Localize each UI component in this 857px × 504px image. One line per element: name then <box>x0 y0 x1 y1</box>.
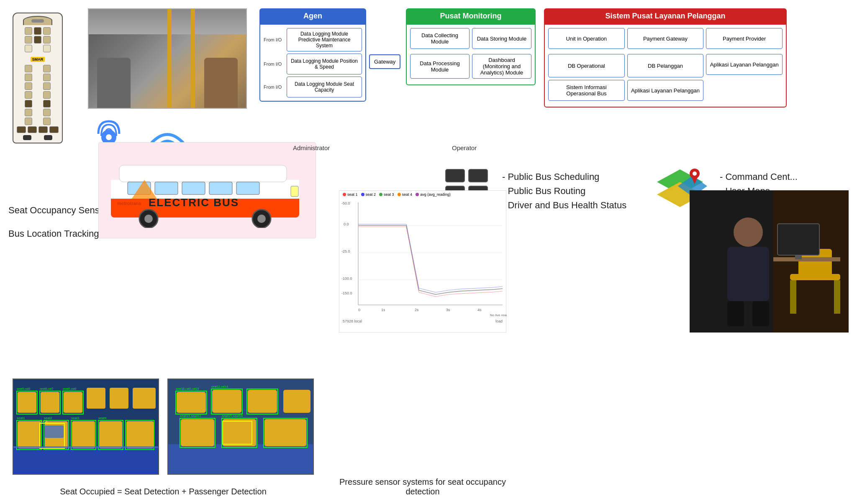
sistem-box1: Unit in Operation <box>548 28 625 49</box>
feature-item-health: - Driver and Bus Health Status <box>502 200 626 211</box>
svg-text:-100.0: -100.0 <box>341 276 352 281</box>
svg-point-50 <box>734 217 763 247</box>
feature-item-routing: - Public Bus Routing <box>502 186 626 197</box>
svg-rect-58 <box>773 257 840 261</box>
administrator-label: Administrator <box>293 144 330 151</box>
svg-rect-65 <box>72 421 95 448</box>
monitoring-box1: Data Collecting Module <box>410 28 470 49</box>
svg-rect-95 <box>181 419 214 446</box>
from-io-2: From I/O <box>264 61 287 67</box>
camera-feed <box>690 190 849 333</box>
svg-text:0: 0 <box>358 308 360 312</box>
sistem-section: Sistem Pusat Layanan Pelanggan Unit in O… <box>544 8 787 107</box>
agen-box2: Data Logging Module Position & Speed <box>287 54 362 74</box>
gateway-box: Gateway <box>369 54 400 69</box>
camera-feed-svg <box>690 190 849 333</box>
seat <box>43 65 51 72</box>
monitoring-box3: Data Processing Module <box>410 54 470 79</box>
gateway-label: Gateway <box>369 54 400 69</box>
seat <box>25 109 32 116</box>
legend-dot-5 <box>416 193 419 196</box>
legend-dot-1 <box>343 193 346 196</box>
svg-text:pcc1s: pcc1s <box>40 420 48 423</box>
legend-dot-3 <box>379 193 382 196</box>
svg-point-30 <box>693 171 697 176</box>
seat <box>25 91 32 99</box>
feature-item-scheduling: - Public Bus Scheduling <box>502 171 626 182</box>
svg-rect-82 <box>110 388 128 409</box>
wheel <box>23 135 31 140</box>
svg-rect-104 <box>212 390 241 413</box>
svg-rect-9 <box>182 182 205 194</box>
interior-seat-left <box>97 58 131 108</box>
svg-text:metrotrans: metrotrans <box>117 201 141 206</box>
from-io-1: From I/O <box>264 37 287 42</box>
svg-rect-96 <box>223 419 256 446</box>
bottom-caption-left: Seat Occupied = Seat Detection + Passeng… <box>13 487 314 496</box>
svg-text:1s: 1s <box>381 308 385 312</box>
seat <box>43 45 51 52</box>
svg-rect-57 <box>834 280 840 314</box>
interior-sim <box>89 9 246 108</box>
sistem-outer: Unit in Operation Payment Gateway Paymen… <box>544 24 787 107</box>
operator-label: Operator <box>452 144 477 151</box>
svg-rect-83 <box>133 388 156 409</box>
legend-label-3: seat 3 <box>384 192 394 197</box>
seat <box>43 74 51 81</box>
from-io-3: From I/O <box>264 84 287 90</box>
svg-point-16 <box>144 215 153 223</box>
sensor-graph-container: seat 1 seat 2 seat 3 seat 4 avg (avg_rea… <box>339 190 506 333</box>
bus-location-label: Bus Location Tracking <box>8 228 112 239</box>
legend-item-5: avg (avg_reading) <box>416 192 451 197</box>
legend-item-2: seat 2 <box>361 192 376 197</box>
interior-pole2 <box>191 9 195 108</box>
monitoring-title: Pusat Monitoring <box>406 8 536 24</box>
svg-text:seat9,cat0: seat9,cat0 <box>17 387 30 390</box>
legend-item-1: seat 1 <box>343 192 358 197</box>
svg-rect-20 <box>446 169 464 182</box>
monitoring-section: Pusat Monitoring Data Collecting Module … <box>406 8 536 85</box>
map-feature-command: - Command Cent... <box>720 171 798 182</box>
seat-detection-left: seat1 seat2 seat3 seat4 seat9,cat0 seat8… <box>13 379 159 475</box>
bottom-caption-right: Pressure sensor systems for seat occupan… <box>339 477 506 496</box>
bus-front <box>23 16 52 25</box>
legend-dot-2 <box>361 193 364 196</box>
legend-label-1: seat 1 <box>347 192 358 197</box>
left-labels: Seat Occupancy Sensing Bus Location Trac… <box>8 205 112 252</box>
x-label-start: 57928 local <box>343 319 362 323</box>
seat-map-container: SMAR <box>13 13 63 143</box>
seat <box>43 100 51 107</box>
seat-detection-left-svg: seat1 seat2 seat3 seat4 seat9,cat0 seat8… <box>13 379 159 475</box>
svg-text:-25.0: -25.0 <box>341 249 350 253</box>
svg-rect-68 <box>45 425 64 438</box>
bus-wheels <box>23 135 52 140</box>
seat <box>25 100 32 107</box>
feature-list-1: - Public Bus Scheduling - Public Bus Rou… <box>502 171 626 211</box>
agen-section: Agen From I/O Data Logging Module Predic… <box>259 8 366 102</box>
svg-rect-105 <box>248 390 277 413</box>
svg-rect-19 <box>291 186 298 197</box>
svg-text:seat18,cat0,cat23: seat18,cat0,cat23 <box>176 387 199 390</box>
seat <box>43 109 51 116</box>
svg-rect-6 <box>119 165 287 182</box>
seat-detection-right-svg: seat13,seat14 seat15,seat16 seat18,cat0,… <box>168 379 314 475</box>
sistem-box7: Payment Provider <box>706 28 783 49</box>
svg-text:seat3: seat3 <box>71 416 80 420</box>
electric-bus-svg: ELECTRIC BUS metrotrans <box>107 153 308 228</box>
svg-text:ELECTRIC BUS: ELECTRIC BUS <box>149 196 239 209</box>
svg-rect-66 <box>99 421 122 448</box>
svg-rect-53 <box>752 301 769 326</box>
legend-item-3: seat 3 <box>379 192 394 197</box>
seat <box>43 91 51 99</box>
svg-text:No live reading: No live reading <box>490 313 507 317</box>
seat <box>34 36 41 43</box>
svg-text:3s: 3s <box>446 308 450 312</box>
svg-rect-79 <box>41 392 59 413</box>
seat <box>25 82 32 90</box>
sistem-box6: Aplikasi Layanan Pelanggan <box>627 80 704 101</box>
svg-text:seat6,cat0: seat6,cat0 <box>63 387 76 390</box>
svg-text:0.0: 0.0 <box>344 222 349 226</box>
graph-legend: seat 1 seat 2 seat 3 seat 4 avg (avg_rea… <box>339 191 506 198</box>
svg-rect-94 <box>168 444 314 475</box>
svg-text:seat15,seat16: seat15,seat16 <box>222 414 243 418</box>
